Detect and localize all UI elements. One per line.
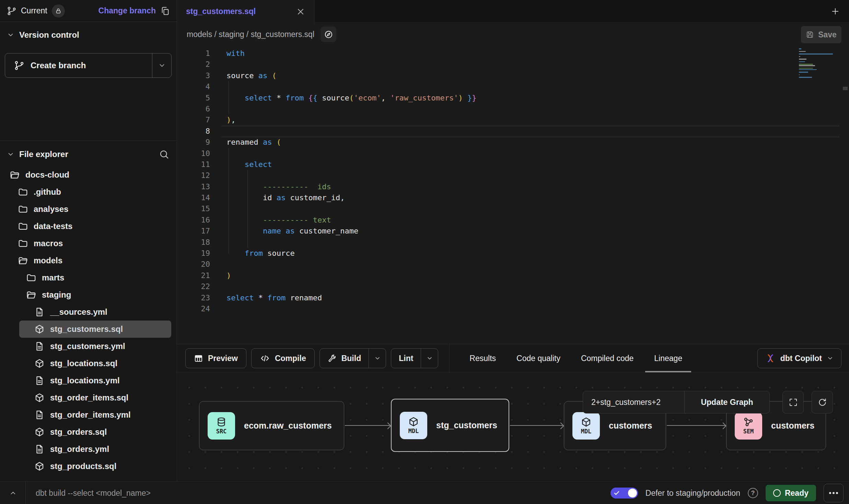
tab-stg-customers-sql[interactable]: stg_customers.sql	[177, 0, 314, 23]
compile-button[interactable]: Compile	[251, 348, 315, 368]
tree-item-stg_locations.sql[interactable]: stg_locations.sql	[0, 355, 177, 372]
build-dropdown[interactable]	[369, 349, 386, 368]
code-line-7[interactable]: ),	[226, 115, 477, 125]
folder-icon	[18, 204, 28, 214]
code-line-20[interactable]	[226, 259, 477, 270]
dbt-copilot-button[interactable]: dbt Copilot	[757, 348, 841, 368]
tree-item-macros[interactable]: macros	[0, 235, 177, 252]
tree-item-stg_orders.sql[interactable]: stg_orders.sql	[0, 423, 177, 441]
update-graph-button[interactable]: Update Graph	[684, 391, 769, 413]
lint-dropdown[interactable]	[421, 349, 438, 368]
code-column[interactable]: withsource as ( select * from {{ source(…	[226, 48, 477, 344]
save-button[interactable]: Save	[801, 26, 841, 43]
lineage-panel[interactable]: SRCecom.raw_customersMDLstg_customersMDL…	[177, 372, 849, 481]
expand-cli-button[interactable]	[6, 486, 20, 500]
tree-item-stg_order_items.sql[interactable]: stg_order_items.sql	[0, 389, 177, 406]
code-line-4[interactable]	[226, 81, 477, 92]
tree-item-docs-cloud[interactable]: docs-cloud	[0, 166, 177, 183]
model-icon	[34, 358, 45, 369]
file-label: stg_customers.sql	[50, 324, 123, 334]
code-line-10[interactable]	[226, 148, 477, 159]
code-editor[interactable]: 123456789101112131415161718192021222324 …	[177, 46, 849, 344]
line-number: 16	[177, 215, 210, 226]
code-line-1[interactable]: with	[226, 48, 477, 59]
tree-item-models[interactable]: models	[0, 252, 177, 269]
code-line-24[interactable]	[226, 303, 477, 314]
tree-item-marts[interactable]: marts	[0, 269, 177, 286]
code-line-19[interactable]: from source	[226, 248, 477, 259]
code-line-17[interactable]: name as customer_name	[226, 226, 477, 237]
tree-item-stg_locations.yml[interactable]: stg_locations.yml	[0, 372, 177, 389]
create-branch-main[interactable]: Create branch	[5, 53, 152, 77]
code-line-21[interactable]: )	[226, 270, 477, 281]
help-icon[interactable]: ?	[748, 488, 758, 498]
tab-results[interactable]: Results	[459, 344, 506, 372]
node-label: stg_customers	[436, 420, 497, 430]
tree-item-stg_order_items.yml[interactable]: stg_order_items.yml	[0, 406, 177, 423]
tree-item-stg_products.sql[interactable]: stg_products.sql	[0, 458, 177, 475]
git-branch-icon	[14, 60, 24, 71]
tab-code-quality[interactable]: Code quality	[506, 344, 571, 372]
code-line-11[interactable]: select	[226, 159, 477, 170]
tree-item-data-tests[interactable]: data-tests	[0, 218, 177, 235]
lineage-selector-input[interactable]: 2+stg_customers+2	[583, 391, 684, 413]
minimap[interactable]	[799, 48, 837, 80]
tree-item-staging[interactable]: staging	[0, 286, 177, 303]
node-badge-label: MDL	[581, 428, 592, 435]
lineage-node-ecom.raw_customers[interactable]: SRCecom.raw_customers	[199, 401, 344, 450]
code-area[interactable]: 123456789101112131415161718192021222324 …	[177, 46, 849, 344]
line-number: 24	[177, 303, 210, 314]
version-control-header[interactable]: Version control	[7, 30, 79, 40]
code-line-9[interactable]: renamed as (	[226, 137, 477, 148]
copy-icon[interactable]	[160, 6, 170, 16]
lineage-node-stg_customers[interactable]: MDLstg_customers	[391, 399, 509, 452]
line-number: 2	[177, 59, 210, 70]
result-tabs: ResultsCode qualityCompiled codeLineage	[459, 344, 693, 372]
search-icon[interactable]	[159, 149, 169, 159]
line-number: 21	[177, 270, 210, 281]
create-branch-button[interactable]: Create branch	[5, 53, 172, 78]
copilot-compass-button[interactable]	[321, 26, 336, 42]
file-label: stg_customers.yml	[50, 341, 125, 351]
code-line-22[interactable]	[226, 281, 477, 292]
code-line-6[interactable]	[226, 104, 477, 115]
tab-compiled-code[interactable]: Compiled code	[571, 344, 644, 372]
tree-item-stg_orders.yml[interactable]: stg_orders.yml	[0, 441, 177, 458]
code-line-18[interactable]	[226, 237, 477, 248]
code-line-3[interactable]: source as (	[226, 70, 477, 81]
create-branch-dropdown[interactable]	[152, 53, 171, 77]
cli-command-input[interactable]: dbt build --select <model_name>	[36, 482, 151, 504]
more-options-button[interactable]	[824, 484, 844, 502]
code-line-5[interactable]: select * from {{ source('ecom', 'raw_cus…	[226, 93, 477, 104]
close-tab-icon[interactable]	[296, 7, 305, 16]
change-branch-link[interactable]: Change branch	[98, 6, 156, 15]
code-line-15[interactable]	[226, 203, 477, 214]
tree-item-stg_customers.sql[interactable]: stg_customers.sql	[19, 321, 171, 338]
tree-item-analyses[interactable]: analyses	[0, 201, 177, 218]
code-line-13[interactable]: ---------- ids	[226, 181, 477, 192]
lint-button[interactable]: Lint	[391, 349, 421, 368]
code-line-8[interactable]	[226, 126, 477, 137]
preview-button[interactable]: Preview	[185, 348, 246, 368]
code-line-14[interactable]: id as customer_id,	[226, 192, 477, 203]
tab-bar: stg_customers.sql	[177, 0, 849, 23]
minimap-line	[799, 74, 800, 75]
file-explorer-header[interactable]: File explorer	[0, 141, 177, 161]
check-icon	[614, 490, 620, 496]
tree-item-.github[interactable]: .github	[0, 183, 177, 201]
fullscreen-button[interactable]	[782, 391, 804, 413]
defer-toggle[interactable]	[610, 488, 638, 499]
code-line-12[interactable]	[226, 170, 477, 181]
refresh-graph-button[interactable]	[812, 391, 833, 413]
node-label: ecom.raw_customers	[244, 421, 332, 431]
tree-item-__sources.yml[interactable]: __sources.yml	[0, 303, 177, 321]
new-tab-button[interactable]	[828, 4, 843, 19]
node-badge-label: SEM	[743, 428, 754, 435]
tree-item-stg_customers.yml[interactable]: stg_customers.yml	[0, 338, 177, 355]
code-line-23[interactable]: select * from renamed	[226, 292, 477, 303]
code-line-16[interactable]: ---------- text	[226, 215, 477, 226]
code-line-2[interactable]	[226, 59, 477, 70]
scrollbar-marker[interactable]	[843, 87, 848, 90]
build-button[interactable]: Build	[320, 349, 369, 368]
tab-lineage[interactable]: Lineage	[644, 344, 693, 372]
